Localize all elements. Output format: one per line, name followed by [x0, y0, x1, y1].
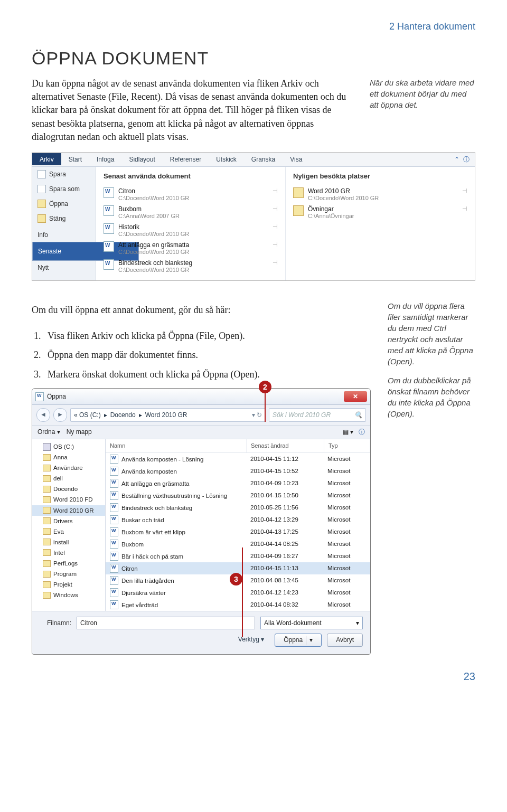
backstage-screenshot: Arkiv Start Infoga Sidlayout Referenser … — [32, 152, 475, 281]
file-header[interactable]: Namn Senast ändrad Typ — [106, 439, 370, 453]
page-number: 23 — [32, 671, 475, 683]
word-icon — [104, 187, 114, 198]
tree-item[interactable]: Projekt — [32, 579, 105, 590]
filename-label: Filnamn: — [40, 619, 71, 628]
dialog-title: Öppna — [47, 392, 66, 401]
tools-button[interactable]: Verktyg ▾ — [233, 634, 269, 647]
recent-place[interactable]: ÖvningarC:\Anna\Övningar⊣ — [293, 203, 467, 221]
tree-item[interactable]: Word 2010 FD — [32, 494, 105, 505]
folder-tree[interactable]: OS (C:)AnnaAnvändaredellDocendoWord 2010… — [32, 439, 106, 611]
tree-item[interactable]: OS (C:) — [32, 441, 105, 452]
filter-select[interactable]: Alla Word-dokument▾ — [260, 617, 363, 629]
word-icon — [35, 392, 44, 401]
tree-item[interactable]: install — [32, 537, 105, 547]
recent-places-heading: Nyligen besökta platser — [293, 172, 467, 180]
tab-visa[interactable]: Visa — [283, 153, 309, 165]
menu-oppna[interactable]: Öppna — [32, 196, 96, 211]
step-3: Markera önskat dokument och klicka på Öp… — [43, 366, 371, 383]
tab-arkiv[interactable]: Arkiv — [32, 153, 61, 165]
page-title: ÖPPNA DOKUMENT — [32, 48, 475, 69]
word-icon — [110, 455, 118, 464]
tree-item[interactable]: Eva — [32, 526, 105, 537]
file-row[interactable]: Beställning växthusutrustning - Lösning2… — [106, 489, 370, 502]
word-icon — [110, 479, 118, 488]
word-icon — [110, 576, 118, 585]
file-row[interactable]: Använda komposten - Lösning2010-04-15 11… — [106, 453, 370, 465]
tree-item[interactable]: PerfLogs — [32, 558, 105, 569]
step-1: Visa fliken Arkiv och klicka på Öppna (F… — [43, 327, 371, 344]
menu-spara[interactable]: Spara — [32, 167, 96, 182]
tab-infoga[interactable]: Infoga — [89, 153, 121, 165]
word-icon — [110, 491, 118, 500]
intro-paragraph: Du kan öppna något av de senast använda … — [32, 77, 353, 144]
menu-stang[interactable]: Stäng — [32, 211, 96, 226]
back-button[interactable]: ◄ — [36, 408, 50, 422]
tab-referenser[interactable]: Referenser — [163, 153, 209, 165]
word-icon — [104, 205, 114, 216]
pin-icon[interactable]: ⊣ — [273, 241, 278, 248]
help-icon[interactable]: ⓘ — [359, 428, 365, 437]
tab-start[interactable]: Start — [61, 153, 89, 165]
pin-icon[interactable]: ⊣ — [462, 205, 467, 212]
callout-line-2 — [265, 393, 266, 422]
para2: Om du vill öppna ett annat dokument, gör… — [32, 303, 371, 317]
tree-item[interactable]: Intel — [32, 547, 105, 558]
breadcrumb[interactable]: « OS (C:)▸ Docendo▸ Word 2010 GR ▾ ↻ — [70, 408, 266, 422]
pin-icon[interactable]: ⊣ — [273, 187, 278, 194]
recent-doc[interactable]: Att anlägga en gräsmattaC:\Docendo\Word … — [104, 239, 278, 257]
help-icon[interactable]: ⌃ ⓘ — [447, 153, 475, 166]
recent-doc[interactable]: HistorikC:\Docendo\Word 2010 GR⊣ — [104, 221, 278, 239]
fwd-button[interactable]: ► — [53, 408, 67, 422]
file-row[interactable]: Buxbom2010-04-14 08:25Microsot — [106, 538, 370, 550]
recent-doc[interactable]: BuxbomC:\Anna\Word 2007 GR⊣ — [104, 203, 278, 221]
tree-item[interactable]: Windows — [32, 590, 105, 600]
close-button[interactable]: ✕ — [344, 391, 367, 402]
pin-icon[interactable]: ⊣ — [273, 259, 278, 266]
chapter-header: 2 Hantera dokument — [32, 21, 475, 32]
menu-nytt[interactable]: Nytt — [32, 261, 96, 275]
tab-granska[interactable]: Granska — [244, 153, 283, 165]
word-icon — [110, 600, 118, 609]
file-row[interactable]: Att anlägga en gräsmatta2010-04-09 10:23… — [106, 477, 370, 489]
word-icon — [110, 540, 118, 549]
pin-icon[interactable]: ⊣ — [273, 205, 278, 212]
file-row[interactable]: Använda komposten2010-04-15 10:52Microso… — [106, 465, 370, 477]
file-row[interactable]: Buxbom är värt ett klipp2010-04-13 17:25… — [106, 526, 370, 538]
word-icon — [104, 241, 114, 252]
word-icon — [110, 503, 118, 512]
tree-item[interactable]: Användare — [32, 462, 105, 473]
view-button[interactable]: ▦ ▾ — [343, 428, 353, 437]
folder-icon — [293, 205, 304, 216]
file-row[interactable]: Djursäkra växter2010-04-12 14:23Microsot — [106, 587, 370, 599]
organize-button[interactable]: Ordna ▾ — [37, 428, 60, 437]
file-row[interactable]: Buskar och träd2010-04-12 13:29Microsot — [106, 514, 370, 526]
filename-input[interactable]: Citron — [77, 617, 255, 629]
pin-icon[interactable]: ⊣ — [462, 187, 467, 194]
tree-item[interactable]: Word 2010 GR — [32, 505, 105, 516]
tree-item[interactable]: Program — [32, 569, 105, 579]
menu-spara-som[interactable]: Spara som — [32, 182, 96, 196]
tree-item[interactable]: Drivers — [32, 516, 105, 526]
file-row[interactable]: Bindestreck och blanksteg2010-05-25 11:5… — [106, 502, 370, 514]
menu-info[interactable]: Info — [32, 226, 96, 242]
tree-item[interactable]: Anna — [32, 452, 105, 462]
recent-place[interactable]: Word 2010 GRC:\Docendo\Word 2010 GR⊣ — [293, 185, 467, 203]
pin-icon[interactable]: ⊣ — [273, 223, 278, 230]
recent-doc[interactable]: CitronC:\Docendo\Word 2010 GR⊣ — [104, 185, 278, 203]
ribbon-tabs: Arkiv Start Infoga Sidlayout Referenser … — [32, 153, 475, 167]
file-row[interactable]: Eget vårdträd2010-04-14 08:32Microsot — [106, 599, 370, 611]
new-folder-button[interactable]: Ny mapp — [67, 428, 92, 437]
tree-item[interactable]: Docendo — [32, 484, 105, 494]
tab-sidlayout[interactable]: Sidlayout — [121, 153, 162, 165]
word-icon — [110, 564, 118, 573]
tree-item[interactable]: dell — [32, 473, 105, 484]
recent-docs-heading: Senast använda dokument — [104, 172, 278, 180]
step-2: Öppna den mapp där dokumentet finns. — [43, 346, 371, 363]
open-button[interactable]: Öppna▾ — [275, 634, 322, 647]
recent-doc[interactable]: Bindestreck och blankstegC:\Docendo\Word… — [104, 257, 278, 275]
file-row[interactable]: Bär i häck och på stam2010-04-09 16:27Mi… — [106, 550, 370, 562]
cancel-button[interactable]: Avbryt — [327, 634, 363, 647]
side-note-1: När du ska arbeta vidare med ett dokumen… — [370, 77, 475, 144]
tab-utskick[interactable]: Utskick — [209, 153, 244, 165]
search-input[interactable]: Sök i Word 2010 GR🔍 — [269, 408, 366, 422]
